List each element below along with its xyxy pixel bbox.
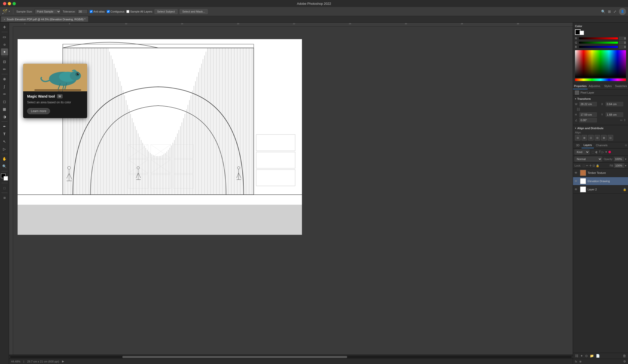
layer-filter-select[interactable]: Kind Name Effect [574, 150, 590, 155]
marquee-tool[interactable]: ▭ [1, 33, 8, 40]
blend-mode-select[interactable]: Normal Dissolve Multiply Screen [574, 157, 602, 162]
document-tab[interactable]: × South Elevation PDF.pdf @ 44.5% (Eleva… [1, 17, 88, 22]
layer-eye-elevation[interactable]: 👁 [574, 179, 579, 183]
path-select-tool[interactable]: ↖ [1, 138, 8, 145]
new-group-icon[interactable]: 📁 [590, 354, 594, 358]
type-tool[interactable]: T [1, 130, 8, 137]
magic-wand-tool[interactable]: ✦ [1, 48, 8, 55]
b-slider[interactable] [579, 46, 618, 48]
panel-settings-icon[interactable]: ⚙ [623, 360, 626, 363]
filter-pixel-icon[interactable]: ⬚ [592, 150, 594, 154]
b-value[interactable]: 0 [619, 45, 626, 49]
dodge-tool[interactable]: ◑ [1, 113, 8, 120]
lock-pixels-icon[interactable]: ✏ [586, 164, 588, 167]
tab-adjustments[interactable]: Adjustme. [588, 83, 602, 89]
select-subject-button[interactable]: Select Subject [154, 9, 178, 14]
quick-mask-tool[interactable]: ⬚ [1, 184, 8, 191]
anti-alias-checkbox[interactable] [90, 10, 93, 13]
hue-slider[interactable] [575, 79, 626, 81]
layer-item-timber[interactable]: 👁 Timber Texture [573, 169, 628, 177]
align-right-btn[interactable]: ⊡ [588, 135, 594, 140]
y-input[interactable]: 1.68 cm [606, 112, 623, 117]
filter-shape-icon[interactable]: ▷ [602, 150, 604, 154]
contiguous-label[interactable]: Contiguous [107, 10, 125, 13]
lock-artboard-icon[interactable]: ⊡ [593, 164, 595, 167]
layer-item-layer2[interactable]: 👁 Layer 2 🔒 [573, 185, 628, 194]
filter-adjustment-icon[interactable]: ◐ [595, 150, 598, 154]
gradient-tool[interactable]: ▦ [1, 106, 8, 113]
layers-panel-expand[interactable]: ≡ [625, 143, 627, 147]
r-slider[interactable] [579, 37, 618, 39]
horizontal-scrollbar[interactable] [9, 355, 573, 358]
tab-styles[interactable]: Styles [602, 83, 614, 89]
brush-tool[interactable]: ∫ [1, 83, 8, 90]
zoom-tool[interactable]: 🔍 [1, 163, 8, 170]
screen-mode-tool[interactable]: ⊟ [1, 194, 8, 201]
align-left-btn[interactable]: ⊟ [575, 135, 581, 140]
add-style-icon[interactable]: ✦ [580, 354, 583, 358]
align-header[interactable]: ▾ Align and Distribute [575, 127, 626, 130]
sample-all-label[interactable]: Sample All Layers [126, 10, 152, 13]
add-mask-icon[interactable]: ⊙ [585, 354, 588, 358]
move-tool[interactable]: ✛ [1, 24, 8, 31]
color-swatches[interactable] [1, 174, 8, 181]
filter-type-icon[interactable]: T [599, 150, 601, 154]
flip-h-icon[interactable]: ⇔ [620, 118, 622, 122]
layer-eye-layer2[interactable]: 👁 [574, 188, 579, 191]
hand-tool[interactable]: ✋ [1, 155, 8, 162]
tab-properties[interactable]: Properties [573, 83, 588, 89]
link-layers-icon[interactable]: ⛓ [575, 354, 578, 358]
status-arrow[interactable]: ▶ [62, 360, 64, 363]
color-spectrum[interactable] [575, 50, 626, 78]
contiguous-checkbox[interactable] [107, 10, 110, 13]
shape-tool[interactable]: ▷ [1, 145, 8, 153]
tab-layers[interactable]: Layers [582, 142, 594, 148]
bg-color-box[interactable] [580, 31, 584, 35]
crop-tool[interactable]: ⊡ [1, 58, 8, 65]
lasso-tool[interactable]: ⌾ [1, 41, 8, 48]
select-mask-button[interactable]: Select and Mask... [180, 9, 208, 14]
align-bottom-btn[interactable]: ⊡ [608, 135, 613, 140]
eraser-tool[interactable]: ◻ [1, 98, 8, 105]
close-button[interactable] [3, 2, 6, 5]
layer-item-elevation[interactable]: 👁 Elevation Drawing [573, 177, 628, 185]
align-center-h-btn[interactable]: ⊠ [582, 135, 587, 140]
opacity-dropdown-icon[interactable]: ▾ [625, 158, 626, 161]
minimize-button[interactable] [8, 2, 11, 5]
search-icon[interactable]: 🔍 [601, 10, 605, 14]
new-layer-icon[interactable]: 📄 [596, 354, 600, 358]
drawing-canvas[interactable]: Magic Wand tool W Select an area based o… [13, 27, 573, 355]
lock-transparent-icon[interactable]: ⬚ [583, 164, 585, 167]
anti-alias-label[interactable]: Anti-alias [90, 10, 105, 13]
x-input[interactable]: 0.64 cm [606, 102, 623, 106]
delete-layer-icon[interactable]: 🗑 [623, 354, 626, 358]
tolerance-input[interactable]: 30 [78, 9, 88, 14]
fill-dropdown-icon[interactable]: ▾ [625, 164, 626, 167]
filter-smart-icon[interactable]: ✦ [605, 150, 607, 154]
flip-v-icon[interactable]: ⇕ [623, 118, 626, 122]
opacity-input[interactable] [614, 157, 624, 161]
user-avatar[interactable]: 👤 [619, 8, 626, 15]
eyedropper-tool[interactable]: ✏ [1, 66, 8, 73]
w-input[interactable]: 28.22 cm [579, 102, 597, 106]
g-value[interactable]: 0 [619, 41, 626, 44]
tab-channels[interactable]: Channels [594, 142, 609, 148]
scrollbar-thumb[interactable] [122, 356, 347, 358]
layer-eye-timber[interactable]: 👁 [574, 171, 579, 175]
sample-size-select[interactable]: Point Sample 3 by 3 Average 5 by 5 Avera… [35, 9, 61, 14]
transform-header[interactable]: ▾ Transform [575, 97, 626, 100]
maximize-button[interactable] [13, 2, 16, 5]
lock-all-icon[interactable]: 🔒 [596, 164, 599, 167]
color-spectrum-area[interactable] [575, 50, 626, 81]
expand-icon[interactable]: ⤢ [613, 10, 616, 14]
h-input[interactable]: 17.59 cm [579, 112, 597, 117]
lock-position-icon[interactable]: ✛ [589, 164, 592, 167]
arrange-icon[interactable]: ⊞ [608, 10, 611, 14]
fxicon[interactable]: fx [575, 360, 577, 363]
align-center-v-btn[interactable]: ⊠ [601, 135, 607, 140]
background-color[interactable] [4, 176, 8, 181]
angle-input[interactable]: 0.00° [579, 118, 597, 122]
sample-all-checkbox[interactable] [126, 10, 129, 13]
scrollbar-track[interactable] [10, 356, 572, 358]
tab-3d[interactable]: 3D [574, 142, 582, 148]
